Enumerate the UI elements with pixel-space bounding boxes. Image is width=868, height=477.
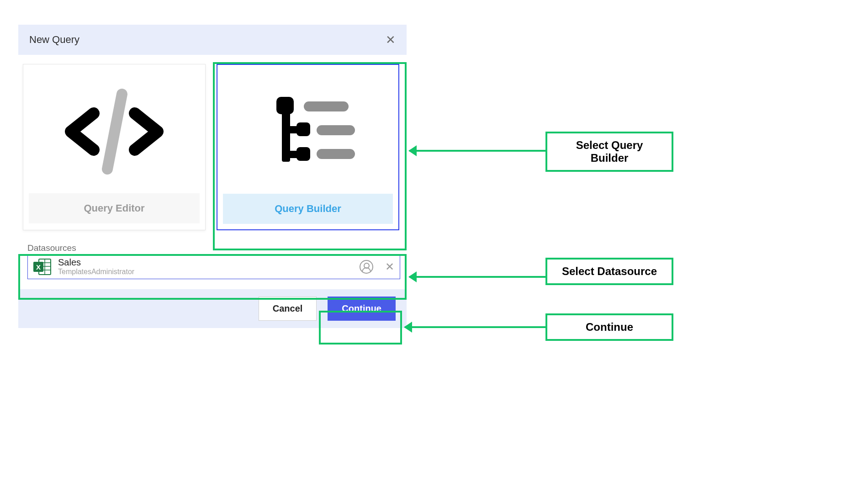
continue-button[interactable]: Continue [328,297,396,321]
svg-rect-9 [317,149,355,159]
cancel-button[interactable]: Cancel [259,297,317,321]
excel-icon: X [33,258,52,276]
svg-rect-7 [304,101,349,111]
dialog-header: New Query ✕ [18,25,407,55]
dialog-title: New Query [29,34,79,46]
svg-rect-4 [296,122,310,136]
svg-rect-8 [317,125,355,135]
tree-list-icon [223,70,393,194]
arrow-query-builder [409,150,546,152]
svg-line-0 [107,94,122,169]
callout-datasource: Select Datasource [545,258,673,285]
query-type-options: Query Editor [18,55,407,235]
callout-text: Select Datasource [562,265,657,277]
person-icon[interactable] [360,260,373,274]
query-builder-label: Query Builder [223,194,393,224]
datasource-item[interactable]: X Sales TemplatesAdministrator ✕ [27,254,400,279]
svg-rect-6 [296,147,310,161]
new-query-dialog: New Query ✕ Query Editor [18,25,407,328]
datasource-actions: ✕ [360,260,394,274]
callout-text: Continue [586,321,633,333]
query-editor-label: Query Editor [29,193,200,223]
arrow-datasource [409,276,546,278]
datasources-label: Datasources [18,243,407,253]
query-editor-card[interactable]: Query Editor [23,64,206,230]
close-icon[interactable]: ✕ [386,34,396,46]
datasource-name: Sales [58,257,360,268]
callout-query-builder: Select Query Builder [545,132,673,172]
arrow-continue [405,326,546,328]
svg-text:X: X [36,263,41,271]
datasource-owner: TemplatesAdministrator [58,268,360,276]
code-icon [29,70,200,193]
dialog-footer: Cancel Continue [18,289,407,328]
datasource-text: Sales TemplatesAdministrator [58,257,360,276]
svg-rect-2 [276,97,294,114]
datasources-section: Datasources X Sales TemplatesAdministrat… [18,243,407,279]
callout-continue: Continue [545,313,673,341]
query-builder-card[interactable]: Query Builder [217,64,399,230]
remove-datasource-icon[interactable]: ✕ [385,260,394,273]
callout-text: Select Query Builder [576,139,643,164]
